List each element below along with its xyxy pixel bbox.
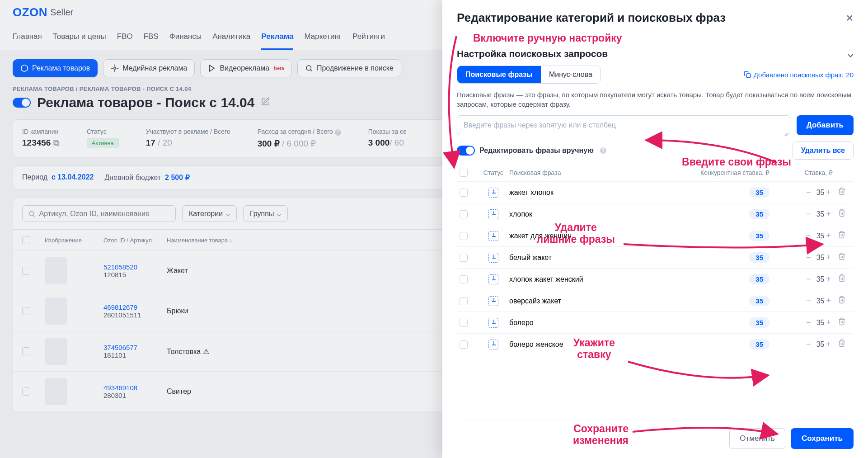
delete-phrase-icon[interactable] — [833, 274, 851, 284]
competitive-bid[interactable]: 35 — [749, 317, 769, 328]
bid-minus[interactable]: − — [804, 209, 813, 218]
competitive-bid[interactable]: 35 — [749, 296, 769, 306]
period-link[interactable]: с 13.04.2022 — [52, 173, 94, 181]
phrase-checkbox[interactable] — [460, 232, 468, 240]
subnav-media[interactable]: Медийная реклама — [103, 59, 195, 77]
bid-minus[interactable]: − — [804, 318, 813, 327]
status-icon[interactable] — [488, 209, 498, 219]
cancel-button[interactable]: Отменить — [729, 428, 785, 449]
bid-stepper[interactable]: −35+ — [769, 340, 833, 349]
bid-minus[interactable]: − — [804, 340, 813, 349]
delete-phrase-icon[interactable] — [833, 231, 851, 241]
ozon-id[interactable]: 493469108 — [103, 384, 167, 392]
manual-edit-toggle[interactable] — [457, 146, 475, 156]
budget-link[interactable]: 2 500 ₽ — [165, 174, 189, 181]
bid-minus[interactable]: − — [804, 231, 813, 240]
bid-stepper[interactable]: −35+ — [769, 253, 833, 262]
help-icon[interactable]: ? — [335, 129, 341, 136]
subnav-ads-products[interactable]: Реклама товаров — [13, 59, 98, 77]
subnav-video[interactable]: Видеорекламаbeta — [200, 59, 291, 77]
ozon-id[interactable]: 469812679 — [103, 303, 167, 311]
bid-minus[interactable]: − — [804, 188, 813, 197]
ozon-id[interactable]: 521058520 — [103, 263, 167, 271]
close-icon[interactable]: ✕ — [846, 13, 854, 24]
categories-dropdown[interactable]: Категории ⌵ — [182, 205, 237, 222]
ozon-id[interactable]: 374506577 — [103, 344, 167, 351]
bid-stepper[interactable]: −35+ — [769, 296, 833, 306]
search-input-wrap[interactable] — [22, 205, 176, 222]
delete-phrase-icon[interactable] — [833, 187, 851, 198]
status-icon[interactable] — [488, 318, 498, 328]
phrase-checkbox[interactable] — [460, 275, 468, 283]
edit-title-icon[interactable] — [261, 97, 270, 108]
bid-stepper[interactable]: −35+ — [769, 318, 833, 327]
phrase-checkbox[interactable] — [460, 210, 468, 218]
tab-minus-words[interactable]: Минус-слова — [541, 66, 601, 83]
nav-item-0[interactable]: Главная — [13, 25, 42, 50]
status-icon[interactable] — [488, 253, 498, 263]
row-checkbox[interactable] — [22, 347, 30, 355]
nav-item-2[interactable]: FBO — [117, 25, 133, 50]
phrase-checkbox[interactable] — [460, 297, 468, 305]
phrase-checkbox-all[interactable] — [460, 169, 468, 177]
bid-minus[interactable]: − — [804, 274, 813, 283]
delete-all-button[interactable]: Удалить все — [793, 142, 854, 160]
bid-stepper[interactable]: −35+ — [769, 188, 833, 197]
row-checkbox[interactable] — [22, 307, 30, 315]
bid-plus[interactable]: + — [824, 340, 833, 349]
bid-minus[interactable]: − — [804, 296, 813, 305]
nav-item-5[interactable]: Аналитика — [212, 25, 250, 50]
tab-phrases[interactable]: Поисковые фразы — [457, 66, 541, 83]
delete-phrase-icon[interactable] — [833, 252, 851, 263]
phrase-checkbox[interactable] — [460, 189, 468, 197]
nav-item-1[interactable]: Товары и цены — [53, 25, 106, 50]
row-checkbox[interactable] — [22, 267, 30, 275]
nav-item-3[interactable]: FBS — [144, 25, 159, 50]
copy-icon[interactable]: ⧉ — [53, 138, 60, 147]
status-icon[interactable] — [488, 296, 498, 306]
help-icon[interactable]: ? — [600, 147, 606, 154]
bid-stepper[interactable]: −35+ — [769, 209, 833, 219]
delete-phrase-icon[interactable] — [833, 296, 851, 306]
status-icon[interactable] — [488, 231, 498, 241]
bid-plus[interactable]: + — [824, 318, 833, 327]
competitive-bid[interactable]: 35 — [749, 274, 769, 284]
phrase-checkbox[interactable] — [460, 254, 468, 262]
competitive-bid[interactable]: 35 — [749, 231, 769, 241]
bid-plus[interactable]: + — [824, 188, 833, 197]
nav-item-7[interactable]: Маркетинг — [304, 25, 342, 50]
delete-phrase-icon[interactable] — [833, 317, 851, 328]
save-button[interactable]: Сохранить — [791, 428, 854, 449]
status-icon[interactable] — [488, 340, 498, 349]
phrase-input[interactable] — [457, 115, 790, 135]
competitive-bid[interactable]: 35 — [749, 252, 769, 263]
nav-item-6[interactable]: Реклама — [261, 25, 293, 50]
bid-plus[interactable]: + — [824, 209, 833, 218]
nav-item-4[interactable]: Финансы — [169, 25, 202, 50]
add-button[interactable]: Добавить — [797, 115, 854, 135]
search-input[interactable] — [39, 210, 170, 218]
phrase-checkbox[interactable] — [460, 319, 468, 327]
competitive-bid[interactable]: 35 — [749, 339, 769, 349]
status-icon[interactable] — [488, 274, 498, 284]
competitive-bid[interactable]: 35 — [749, 187, 769, 198]
status-icon[interactable] — [488, 188, 498, 198]
subnav-search-promo[interactable]: Продвижение в поиске — [297, 59, 401, 77]
bid-stepper[interactable]: −35+ — [769, 274, 833, 284]
groups-dropdown[interactable]: Группы ⌵ — [243, 205, 288, 222]
competitive-bid[interactable]: 35 — [749, 209, 769, 219]
bid-plus[interactable]: + — [824, 274, 833, 283]
campaign-toggle[interactable] — [13, 98, 31, 108]
bid-plus[interactable]: + — [824, 253, 833, 262]
bid-minus[interactable]: − — [804, 253, 813, 262]
delete-phrase-icon[interactable] — [833, 209, 851, 219]
row-checkbox[interactable] — [22, 387, 30, 396]
phrase-checkbox[interactable] — [460, 340, 468, 349]
bid-plus[interactable]: + — [824, 231, 833, 240]
checkbox-all[interactable] — [22, 236, 30, 244]
bid-plus[interactable]: + — [824, 296, 833, 305]
bid-stepper[interactable]: −35+ — [769, 231, 833, 241]
nav-item-8[interactable]: Рейтинги — [352, 25, 385, 50]
delete-phrase-icon[interactable] — [833, 339, 851, 349]
chevron-down-icon[interactable]: ⌵ — [848, 48, 854, 59]
